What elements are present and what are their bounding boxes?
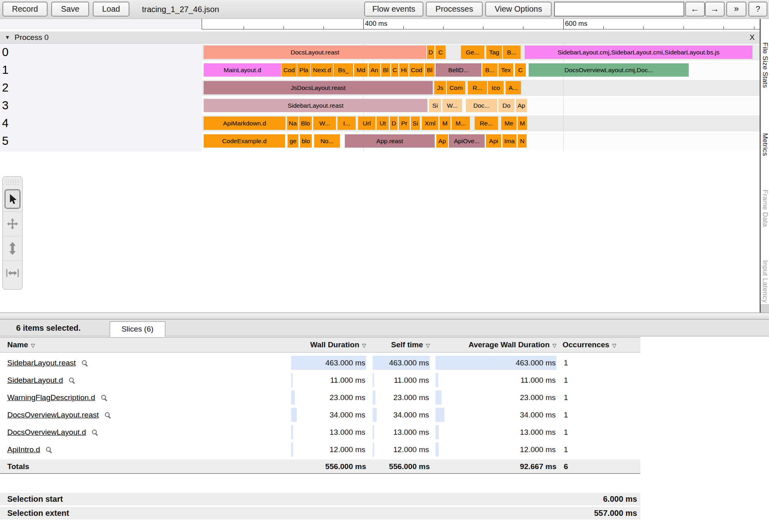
side-tab-frame-data[interactable]: Frame Data — [761, 190, 769, 227]
trace-slice[interactable]: Api — [486, 134, 501, 148]
trace-slice[interactable]: C — [515, 63, 526, 77]
slice-name-link[interactable]: DocsOverviewLayout.d — [7, 424, 98, 441]
trace-slice[interactable]: Bl — [425, 63, 435, 77]
column-header-occurrences[interactable]: Occurrences▽ — [563, 338, 635, 353]
pan-tool-button[interactable] — [3, 211, 22, 236]
palette-drag-handle-icon[interactable] — [5, 179, 20, 185]
trace-slice[interactable]: W... — [313, 117, 336, 130]
side-tab-input-latency[interactable]: Input Latency — [761, 260, 769, 303]
trace-slice[interactable]: Hi — [399, 63, 408, 77]
find-next-button[interactable]: → — [705, 2, 725, 17]
trace-slice[interactable]: Si — [429, 99, 441, 112]
column-header-wall-duration[interactable]: Wall Duration▽ — [291, 338, 366, 353]
trace-slice[interactable]: blo — [300, 134, 312, 148]
slice-name-link[interactable]: SidebarLayout.d — [7, 371, 75, 389]
trace-slice[interactable]: C — [391, 63, 398, 77]
slice-name-link[interactable]: WarningFlagDescription.d — [7, 389, 107, 406]
trace-slice[interactable]: Js — [434, 81, 446, 94]
slice-name-link[interactable]: ApiIntro.d — [7, 441, 52, 458]
vertical-zoom-tool-button[interactable] — [3, 236, 22, 261]
column-header-average-wall-duration[interactable]: Average Wall Duration▽ — [436, 338, 556, 353]
column-header-self-time[interactable]: Self time▽ — [373, 338, 430, 353]
trace-slice[interactable]: MainLayout.d — [204, 63, 281, 77]
trace-slice[interactable]: Do — [498, 99, 515, 112]
trace-slice[interactable]: Cod — [409, 63, 424, 77]
side-tab-metrics[interactable]: Metrics — [761, 133, 769, 156]
process-close-button[interactable]: X — [747, 31, 757, 44]
trace-slice[interactable]: B... — [482, 63, 498, 77]
magnifier-icon[interactable] — [46, 447, 52, 453]
slice-name-link[interactable]: SidebarLayout.reast — [7, 354, 88, 371]
magnifier-icon[interactable] — [92, 430, 98, 436]
trace-slice[interactable]: Next.d — [311, 63, 333, 77]
column-header-name[interactable]: Name▽ — [7, 338, 96, 353]
trace-slice[interactable]: A... — [506, 81, 521, 94]
trace-slice[interactable]: Blo — [299, 117, 312, 130]
save-button[interactable]: Save — [51, 2, 89, 17]
trace-slice[interactable]: Re... — [475, 117, 498, 130]
trace-slice[interactable]: M... — [452, 117, 470, 130]
trace-slice[interactable]: No... — [314, 134, 340, 148]
trace-slice[interactable]: D — [427, 46, 434, 59]
trace-slice[interactable]: Ut — [377, 117, 389, 130]
trace-slice[interactable]: B... — [503, 46, 521, 59]
panel-splitter[interactable] — [0, 313, 769, 319]
trace-slice[interactable]: C — [436, 46, 446, 59]
process-expander-icon[interactable]: ▼ — [5, 31, 10, 44]
trace-slice[interactable]: SidebarLayout.cmj,SidebarLayout.cmi,Side… — [525, 46, 752, 59]
trace-slice[interactable]: W... — [442, 99, 462, 112]
trace-slice[interactable]: Url — [358, 117, 375, 130]
trace-slice[interactable]: Bl — [381, 63, 390, 77]
flow-events-button[interactable]: Flow events — [364, 2, 423, 17]
trace-slice[interactable]: Si — [411, 117, 420, 130]
processes-button[interactable]: Processes — [426, 2, 483, 17]
slice-name-link[interactable]: DocsOverviewLayout.reast — [7, 406, 111, 424]
trace-slice[interactable]: Ge... — [461, 46, 484, 59]
trace-slice[interactable]: Ap — [436, 134, 448, 148]
tab-slices[interactable]: Slices (6) — [110, 321, 165, 337]
trace-slice[interactable]: Xml — [422, 117, 438, 130]
trace-slice[interactable]: Ima — [502, 134, 517, 148]
more-options-button[interactable]: » — [726, 2, 746, 17]
trace-slice[interactable]: ApiOve... — [449, 134, 485, 148]
trace-slice[interactable]: Na — [287, 117, 298, 130]
find-previous-button[interactable]: ← — [685, 2, 705, 17]
trace-slice[interactable]: M — [440, 117, 450, 130]
trace-slice[interactable]: I... — [338, 117, 356, 130]
trace-slice[interactable]: Com — [447, 81, 465, 94]
trace-slice[interactable]: Bs_ — [333, 63, 353, 77]
trace-slice[interactable]: JsDocsLayout.reast — [204, 81, 433, 94]
trace-slice[interactable]: Ico — [488, 81, 504, 94]
magnifier-icon[interactable] — [105, 412, 111, 418]
search-input[interactable] — [554, 2, 684, 17]
trace-slice[interactable]: DocsOverviewLayout.cmj,Doc... — [529, 63, 689, 77]
trace-slice[interactable]: ApiMarkdown.d — [204, 117, 286, 130]
trace-slice[interactable]: BeltD... — [436, 63, 481, 77]
load-button[interactable]: Load — [93, 2, 129, 17]
trace-slice[interactable]: M — [518, 117, 527, 130]
trace-slice[interactable]: Doc... — [466, 99, 497, 112]
magnifier-icon[interactable] — [69, 378, 75, 384]
trace-slice[interactable]: Tex — [498, 63, 513, 77]
trace-slice[interactable]: Ap — [516, 99, 527, 112]
trace-slice[interactable]: CodeExample.d — [204, 134, 285, 148]
trace-slice[interactable]: App.reast — [345, 134, 435, 148]
record-button[interactable]: Record — [2, 2, 48, 17]
selection-tool-button[interactable] — [3, 187, 22, 211]
trace-slice[interactable]: ge — [288, 134, 298, 148]
trace-slice[interactable]: Md — [354, 63, 368, 77]
trace-slice[interactable]: N — [518, 134, 527, 148]
magnifier-icon[interactable] — [101, 395, 107, 401]
trace-slice[interactable]: Pr — [399, 117, 410, 130]
timing-tool-button[interactable] — [3, 261, 22, 285]
help-button[interactable]: ? — [748, 2, 767, 17]
trace-slice[interactable]: Pla — [297, 63, 311, 77]
trace-slice[interactable]: DocsLayout.reast — [204, 46, 426, 59]
trace-slice[interactable]: Tag — [486, 46, 502, 59]
trace-slice[interactable]: Me — [501, 117, 517, 130]
view-options-button[interactable]: View Options — [485, 2, 552, 17]
trace-slice[interactable]: D — [390, 117, 398, 130]
magnifier-icon[interactable] — [82, 360, 88, 366]
trace-slice[interactable]: R... — [468, 81, 487, 94]
trace-slice[interactable]: An — [369, 63, 380, 77]
